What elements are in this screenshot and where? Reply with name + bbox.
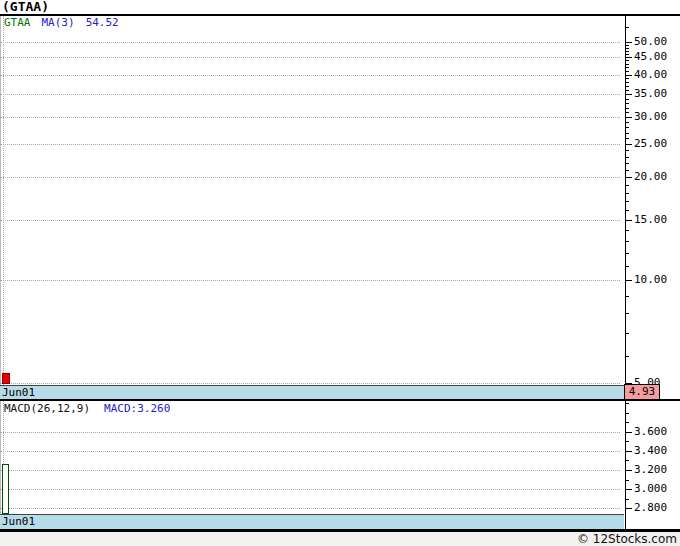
axis-label: 3.000 [634, 482, 667, 495]
axis-label: 10.00 [634, 273, 667, 286]
axis-minor-tick [625, 253, 629, 254]
panel-divider [0, 399, 680, 401]
axis-tick [625, 177, 632, 178]
axis-minor-tick [625, 460, 629, 461]
axis-minor-tick [625, 185, 629, 186]
footer: © 12Stocks.com [0, 532, 680, 546]
axis-tick [625, 432, 632, 433]
axis-tick [625, 508, 632, 509]
gridline [0, 57, 620, 58]
axis-label: 40.00 [634, 68, 667, 81]
axis-minor-tick [625, 90, 629, 91]
chart-bottom-border [0, 529, 680, 532]
axis-tick [625, 144, 632, 145]
axis-label: 25.00 [634, 137, 667, 150]
axis-minor-tick [625, 127, 629, 128]
axis-tick [625, 489, 632, 490]
chart-canvas: GTAAMA(3)54.52 Jun01 4.93 MACD(26,12,9)M… [0, 0, 680, 546]
axis-minor-tick [625, 67, 629, 68]
axis-tick [625, 280, 632, 281]
macd-value-label: MACD:3.260 [104, 402, 170, 415]
axis-minor-tick [625, 422, 629, 423]
axis-label: 35.00 [634, 87, 667, 100]
gridline [0, 94, 620, 95]
axis-minor-tick [625, 78, 629, 79]
macd-params-label: MACD(26,12,9) [4, 402, 90, 415]
gridline [0, 383, 620, 384]
last-price-box: 4.93 [624, 384, 660, 400]
gridline [0, 451, 620, 452]
axis-minor-tick [625, 60, 629, 61]
axis-minor-tick [625, 210, 629, 211]
axis-minor-tick [625, 48, 629, 49]
axis-minor-tick [625, 99, 629, 100]
gridline [0, 117, 620, 118]
axis-minor-tick [625, 441, 629, 442]
axis-minor-tick [625, 108, 629, 109]
axis-minor-tick [625, 201, 629, 202]
main-chart-legend: GTAAMA(3)54.52 [4, 17, 119, 29]
gridline [0, 508, 620, 509]
gridline [0, 144, 620, 145]
axis-tick [625, 75, 632, 76]
axis-minor-tick [625, 157, 629, 158]
copyright-text: © 12Stocks.com [577, 532, 680, 546]
main-date-label: Jun01 [0, 386, 35, 399]
axis-label: 45.00 [634, 50, 667, 63]
axis-minor-tick [625, 133, 629, 134]
axis-label: 50.00 [634, 35, 667, 48]
axis-minor-tick [625, 150, 629, 151]
axis-tick [625, 451, 632, 452]
axis-label: 3.200 [634, 463, 667, 476]
stock-chart-page: (GTAA) GTAAMA(3)54.52 Jun01 4.93 MACD(26… [0, 0, 680, 546]
candlestick-jun01 [2, 373, 10, 384]
axis-minor-tick [625, 103, 629, 104]
axis-label: 3.400 [634, 444, 667, 457]
gridline [0, 177, 620, 178]
date-gridline [3, 16, 4, 385]
y-axis-line [625, 16, 626, 529]
axis-minor-tick [625, 266, 629, 267]
axis-minor-tick [625, 51, 629, 52]
gridline [0, 220, 620, 221]
macd-date-band: Jun01 [0, 514, 624, 529]
axis-minor-tick [625, 193, 629, 194]
macd-date-label: Jun01 [0, 515, 35, 528]
axis-minor-tick [625, 170, 629, 171]
axis-minor-tick [625, 313, 629, 314]
axis-tick [625, 94, 632, 95]
axis-label: 15.00 [634, 213, 667, 226]
axis-minor-tick [625, 54, 629, 55]
axis-minor-tick [625, 296, 629, 297]
axis-tick [625, 42, 632, 43]
gridline [0, 75, 620, 76]
gridline [0, 470, 620, 471]
ma-value: 54.52 [86, 16, 119, 29]
ticker-symbol: GTAA [4, 16, 31, 29]
macd-legend: MACD(26,12,9)MACD:3.260 [4, 403, 170, 415]
axis-minor-tick [625, 45, 629, 46]
axis-minor-tick [625, 122, 629, 123]
gridline [0, 489, 620, 490]
axis-minor-tick [625, 356, 629, 357]
axis-minor-tick [625, 333, 629, 334]
axis-minor-tick [625, 82, 629, 83]
axis-tick [625, 57, 632, 58]
axis-tick [625, 220, 632, 221]
axis-minor-tick [625, 64, 629, 65]
ma-label: MA(3) [42, 16, 75, 29]
axis-minor-tick [625, 112, 629, 113]
axis-minor-tick [625, 241, 629, 242]
axis-label: 2.800 [634, 501, 667, 514]
axis-label: 20.00 [634, 170, 667, 183]
axis-tick [625, 117, 632, 118]
axis-minor-tick [625, 413, 629, 414]
gridline [0, 280, 620, 281]
axis-minor-tick [625, 403, 629, 404]
axis-label: 30.00 [634, 110, 667, 123]
axis-label: 3.600 [634, 425, 667, 438]
axis-tick [625, 470, 632, 471]
macd-histogram-bar [2, 464, 9, 514]
axis-minor-tick [625, 163, 629, 164]
axis-minor-tick [625, 27, 629, 28]
